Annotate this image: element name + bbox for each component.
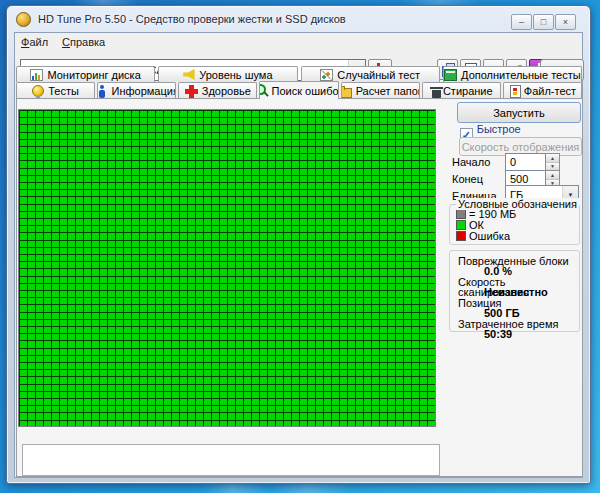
- elapsed-time-value: 50:39: [458, 329, 579, 339]
- tab-erase[interactable]: Стирание: [422, 82, 501, 99]
- start-field: 0 ▲ ▼: [505, 153, 560, 171]
- legend-item-blocksize: = 190 МБ: [456, 209, 579, 219]
- legend-title: Условные обозначения: [456, 198, 579, 210]
- block-size-swatch: [456, 209, 466, 219]
- tab-row-secondary: Мониторинг диска Уровень шума Случайный …: [16, 66, 582, 82]
- scatter-chart-icon: [320, 69, 333, 81]
- end-field-label: Конец: [452, 173, 483, 185]
- tab-folder-usage[interactable]: Расчет папок: [341, 82, 420, 99]
- error-scan-grid[interactable]: [18, 109, 436, 427]
- title-bar[interactable]: HD Tune Pro 5.50 - Средство проверки жес…: [7, 6, 590, 32]
- tab-row-primary: Тесты Информация Здоровье Поиск ошибок Р…: [16, 82, 582, 99]
- window-controls: – □ ×: [511, 14, 576, 30]
- desktop: { "window": { "title": "HD Tune Pro 5.50…: [0, 0, 600, 493]
- status-group: Поврежденные блоки 0.0 % Скорость сканир…: [449, 250, 580, 332]
- start-field-label: Начало: [452, 156, 490, 168]
- folder-icon: [341, 88, 352, 98]
- spin-up-icon: ▲: [546, 171, 559, 179]
- close-button[interactable]: ×: [555, 14, 576, 30]
- damaged-blocks-value: 0.0 %: [458, 266, 579, 276]
- speaker-icon: [183, 69, 195, 80]
- tab-file-benchmark[interactable]: Файл-тест: [503, 82, 582, 99]
- tab-info[interactable]: Информация: [97, 82, 176, 99]
- legend-item-ok: ОК: [456, 220, 579, 230]
- maximize-button[interactable]: □: [533, 14, 554, 30]
- tab-error-scan[interactable]: Поиск ошибок: [259, 81, 338, 99]
- legend-group: Условные обозначения = 190 МБ ОК Ошибка: [449, 204, 580, 245]
- tab-random-test[interactable]: Случайный тест: [301, 66, 440, 82]
- tab-health[interactable]: Здоровье: [178, 82, 257, 99]
- error-swatch: [456, 231, 466, 241]
- client-area: Файл Справка WDC WD5000AAKX-001CA0 (500 …: [14, 32, 583, 478]
- menu-help[interactable]: Справка: [62, 36, 105, 48]
- spin-down-icon: ▼: [546, 162, 559, 171]
- damaged-blocks-label: Поврежденные блоки: [458, 256, 579, 266]
- ok-swatch: [456, 220, 466, 230]
- menu-bar: Файл Справка: [15, 33, 588, 51]
- app-icon: [16, 12, 31, 27]
- start-stepper[interactable]: ▲ ▼: [546, 153, 560, 171]
- bulb-icon: [32, 85, 44, 97]
- window-icon: [444, 69, 457, 81]
- magnifier-icon: [259, 84, 267, 97]
- info-icon: [97, 85, 107, 98]
- bar-chart-icon: [30, 69, 43, 81]
- tab-extra-tests[interactable]: Дополнительные тесты: [443, 66, 582, 82]
- start-button[interactable]: Запустить: [457, 102, 581, 123]
- legend-item-error: Ошибка: [456, 231, 579, 241]
- window-title: HD Tune Pro 5.50 - Средство проверки жес…: [38, 13, 346, 25]
- minimize-button[interactable]: –: [511, 14, 532, 30]
- menu-file[interactable]: Файл: [21, 36, 48, 48]
- tab-noise-level[interactable]: Уровень шума: [158, 66, 297, 82]
- position-value: 500 ГБ: [458, 308, 579, 318]
- health-cross-icon: [185, 85, 198, 98]
- elapsed-time-label: Затраченное время: [458, 319, 579, 329]
- file-icon: [510, 85, 521, 98]
- start-input[interactable]: 0: [505, 153, 546, 171]
- app-window: HD Tune Pro 5.50 - Средство проверки жес…: [6, 5, 591, 484]
- spin-up-icon: ▲: [546, 154, 559, 162]
- scan-log-box: [22, 444, 440, 476]
- tab-tests[interactable]: Тесты: [16, 82, 95, 99]
- tab-disk-monitor[interactable]: Мониторинг диска: [16, 66, 155, 82]
